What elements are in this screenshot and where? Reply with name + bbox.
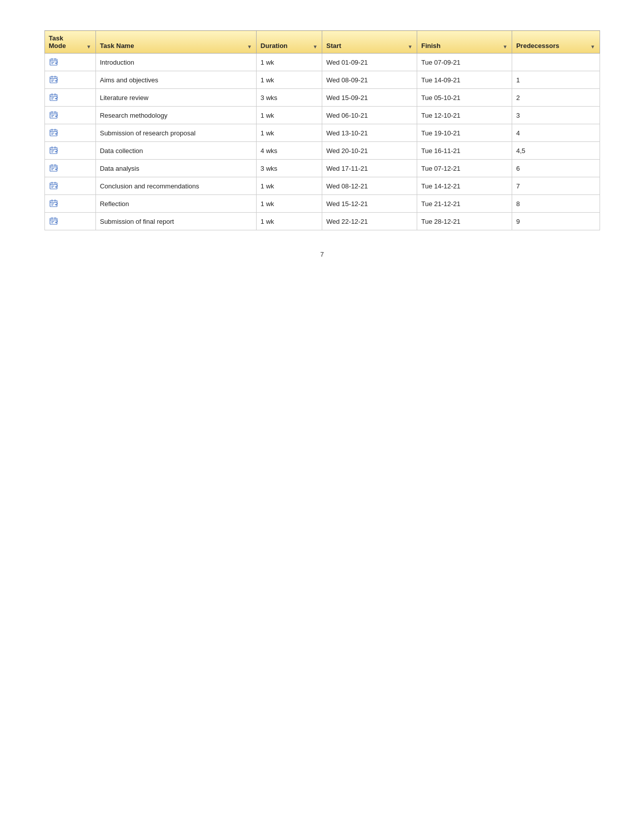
finish-cell: Tue 28-12-21 (417, 213, 512, 230)
table-row[interactable]: Data analysis3 wksWed 17-11-21Tue 07-12-… (44, 160, 600, 177)
task-name-text: Submission of research proposal (100, 129, 195, 137)
table-row[interactable]: Research methodology1 wkWed 06-10-21Tue … (44, 107, 600, 124)
duration-cell: 1 wk (256, 213, 322, 230)
col-header-predecessors[interactable]: Predecessors ▼ (512, 31, 600, 54)
task-mode-cell (44, 142, 95, 160)
task-mode-dropdown-icon[interactable]: ▼ (86, 44, 91, 50)
task-name-text: Literature review (100, 94, 148, 102)
task-mode-icon (49, 181, 59, 190)
task-name-text: Aims and objectives (100, 76, 159, 84)
start-cell: Wed 08-09-21 (322, 71, 417, 89)
table-header-row: TaskMode ▼ Task Name ▼ Duration ▼ (44, 31, 600, 54)
task-mode-cell (44, 71, 95, 89)
table-row[interactable]: Submission of final report1 wkWed 22-12-… (44, 213, 600, 230)
duration-cell: 1 wk (256, 71, 322, 89)
task-mode-icon (49, 110, 59, 119)
task-mode-icon (49, 216, 59, 225)
predecessors-cell (512, 54, 600, 71)
task-name-text: Introduction (100, 59, 134, 66)
col-label-task-name: Task Name (100, 42, 134, 50)
task-name-text: Data analysis (100, 165, 139, 172)
col-label-finish: Finish (421, 42, 440, 50)
predecessors-dropdown-icon[interactable]: ▼ (590, 44, 596, 50)
task-name-cell: Conclusion and recommendations (95, 177, 256, 195)
col-header-duration[interactable]: Duration ▼ (256, 31, 322, 54)
duration-cell: 1 wk (256, 195, 322, 213)
start-cell: Wed 17-11-21 (322, 160, 417, 177)
gantt-table: TaskMode ▼ Task Name ▼ Duration ▼ (44, 30, 600, 230)
col-label-task-mode: TaskMode (49, 34, 66, 50)
task-mode-icon (49, 145, 59, 155)
finish-cell: Tue 21-12-21 (417, 195, 512, 213)
duration-cell: 3 wks (256, 89, 322, 107)
task-name-cell: Aims and objectives (95, 71, 256, 89)
task-mode-cell (44, 160, 95, 177)
task-name-text: Reflection (100, 200, 129, 208)
task-name-cell: Introduction (95, 54, 256, 71)
start-cell: Wed 22-12-21 (322, 213, 417, 230)
finish-cell: Tue 12-10-21 (417, 107, 512, 124)
duration-dropdown-icon[interactable]: ▼ (313, 44, 318, 50)
duration-cell: 1 wk (256, 107, 322, 124)
task-name-cell: Submission of research proposal (95, 124, 256, 142)
finish-cell: Tue 07-09-21 (417, 54, 512, 71)
task-mode-cell (44, 124, 95, 142)
col-header-task-name[interactable]: Task Name ▼ (95, 31, 256, 54)
finish-cell: Tue 16-11-21 (417, 142, 512, 160)
predecessors-cell: 8 (512, 195, 600, 213)
predecessors-cell: 9 (512, 213, 600, 230)
finish-cell: Tue 07-12-21 (417, 160, 512, 177)
finish-dropdown-icon[interactable]: ▼ (503, 44, 508, 50)
predecessors-cell: 3 (512, 107, 600, 124)
task-mode-icon (49, 75, 59, 84)
finish-cell: Tue 14-12-21 (417, 177, 512, 195)
predecessors-cell: 4 (512, 124, 600, 142)
start-cell: Wed 06-10-21 (322, 107, 417, 124)
start-cell: Wed 01-09-21 (322, 54, 417, 71)
col-header-finish[interactable]: Finish ▼ (417, 31, 512, 54)
task-name-cell: Submission of final report (95, 213, 256, 230)
task-name-cell: Literature review (95, 89, 256, 107)
task-mode-cell (44, 89, 95, 107)
page-container: TaskMode ▼ Task Name ▼ Duration ▼ (44, 30, 600, 258)
start-cell: Wed 15-09-21 (322, 89, 417, 107)
predecessors-cell: 6 (512, 160, 600, 177)
finish-cell: Tue 05-10-21 (417, 89, 512, 107)
task-mode-cell (44, 177, 95, 195)
duration-cell: 4 wks (256, 142, 322, 160)
col-label-predecessors: Predecessors (516, 42, 559, 50)
task-name-dropdown-icon[interactable]: ▼ (247, 44, 252, 50)
task-name-cell: Reflection (95, 195, 256, 213)
task-mode-cell (44, 213, 95, 230)
table-row[interactable]: Introduction1 wkWed 01-09-21Tue 07-09-21 (44, 54, 600, 71)
start-cell: Wed 15-12-21 (322, 195, 417, 213)
task-mode-cell (44, 107, 95, 124)
predecessors-cell: 4,5 (512, 142, 600, 160)
table-row[interactable]: Submission of research proposal1 wkWed 1… (44, 124, 600, 142)
task-mode-icon (49, 128, 59, 137)
duration-cell: 1 wk (256, 177, 322, 195)
table-row[interactable]: Reflection1 wkWed 15-12-21Tue 21-12-218 (44, 195, 600, 213)
page-number: 7 (44, 251, 600, 258)
start-cell: Wed 08-12-21 (322, 177, 417, 195)
task-name-text: Research methodology (100, 112, 168, 119)
start-cell: Wed 20-10-21 (322, 142, 417, 160)
col-label-duration: Duration (261, 42, 287, 50)
col-header-start[interactable]: Start ▼ (322, 31, 417, 54)
duration-cell: 1 wk (256, 124, 322, 142)
table-row[interactable]: Aims and objectives1 wkWed 08-09-21Tue 1… (44, 71, 600, 89)
predecessors-cell: 2 (512, 89, 600, 107)
predecessors-cell: 7 (512, 177, 600, 195)
task-name-text: Data collection (100, 147, 143, 155)
task-name-text: Conclusion and recommendations (100, 182, 200, 190)
table-row[interactable]: Conclusion and recommendations1 wkWed 08… (44, 177, 600, 195)
task-mode-cell (44, 54, 95, 71)
task-mode-icon (49, 199, 59, 208)
start-dropdown-icon[interactable]: ▼ (408, 44, 413, 50)
start-cell: Wed 13-10-21 (322, 124, 417, 142)
table-row[interactable]: Literature review3 wksWed 15-09-21Tue 05… (44, 89, 600, 107)
duration-cell: 1 wk (256, 54, 322, 71)
col-header-task-mode[interactable]: TaskMode ▼ (44, 31, 95, 54)
finish-cell: Tue 14-09-21 (417, 71, 512, 89)
table-row[interactable]: Data collection4 wksWed 20-10-21Tue 16-1… (44, 142, 600, 160)
